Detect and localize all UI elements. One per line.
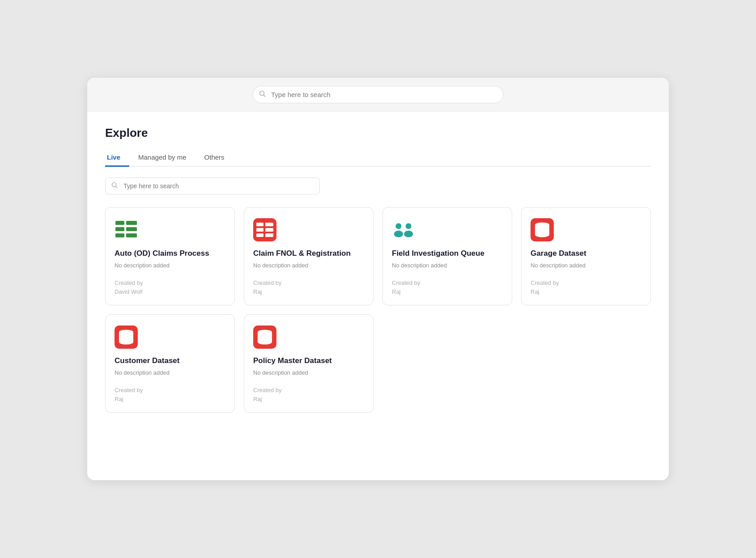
card-title-field-investigation: Field Investigation Queue [392, 249, 503, 258]
card-icon-garage-dataset [531, 218, 554, 241]
card-auto-od[interactable]: Auto (OD) Claims Process No description … [105, 207, 235, 305]
svg-rect-12 [256, 228, 263, 232]
svg-rect-11 [265, 223, 273, 226]
top-search-input[interactable] [253, 86, 503, 103]
card-icon-claim-fnol [253, 218, 276, 241]
card-icon-auto-od [115, 218, 138, 241]
card-desc-policy-master: No description added [253, 369, 364, 379]
card-creator-field-investigation: Created by Raj [392, 279, 503, 296]
card-creator-policy-master: Created by Raj [253, 386, 364, 403]
card-icon-customer-dataset [115, 326, 138, 349]
card-creator-claim-fnol: Created by Raj [253, 279, 364, 296]
svg-point-16 [395, 223, 401, 229]
svg-point-40 [258, 340, 272, 345]
top-search-bar [87, 78, 669, 112]
card-creator-auto-od: Created by David Wolf [115, 279, 225, 296]
card-desc-field-investigation: No description added [392, 262, 503, 271]
svg-rect-10 [256, 223, 263, 226]
svg-rect-9 [126, 233, 137, 237]
card-title-garage-dataset: Garage Dataset [531, 249, 641, 258]
svg-rect-7 [126, 227, 137, 231]
svg-line-1 [264, 95, 266, 97]
svg-rect-13 [265, 228, 273, 232]
cards-grid: Auto (OD) Claims Process No description … [105, 207, 651, 413]
card-title-policy-master: Policy Master Dataset [253, 356, 364, 366]
card-title-customer-dataset: Customer Dataset [115, 356, 225, 366]
tabs-container: Live Managed by me Others [105, 149, 651, 167]
svg-point-17 [394, 231, 403, 237]
card-icon-policy-master [253, 326, 276, 349]
section-search-container [105, 178, 320, 194]
tab-others[interactable]: Others [195, 149, 234, 167]
tab-managed-by-me[interactable]: Managed by me [129, 149, 195, 167]
card-desc-auto-od: No description added [115, 262, 225, 271]
card-title-claim-fnol: Claim FNOL & Registration [253, 249, 364, 258]
card-field-investigation[interactable]: Field Investigation Queue No description… [382, 207, 512, 305]
card-customer-dataset[interactable]: Customer Dataset No description added Cr… [105, 314, 235, 413]
svg-rect-6 [115, 227, 124, 231]
tab-live[interactable]: Live [105, 149, 129, 167]
main-window: Explore Live Managed by me Others [87, 78, 669, 480]
top-search-container [253, 86, 503, 103]
card-claim-fnol[interactable]: Claim FNOL & Registration No description… [244, 207, 374, 305]
card-desc-customer-dataset: No description added [115, 369, 225, 379]
section-search-icon [111, 182, 118, 190]
svg-point-26 [535, 232, 549, 237]
top-search-icon [259, 90, 266, 99]
page-title: Explore [105, 126, 651, 140]
card-desc-claim-fnol: No description added [253, 262, 364, 271]
svg-rect-4 [115, 221, 124, 225]
card-creator-garage-dataset: Created by Raj [531, 279, 641, 296]
svg-point-18 [406, 223, 412, 229]
svg-line-3 [116, 186, 117, 188]
main-content: Explore Live Managed by me Others [87, 112, 669, 427]
svg-rect-8 [115, 233, 124, 237]
svg-rect-5 [126, 221, 137, 225]
card-creator-customer-dataset: Created by Raj [115, 386, 225, 403]
card-policy-master[interactable]: Policy Master Dataset No description add… [244, 314, 374, 413]
card-garage-dataset[interactable]: Garage Dataset No description added Crea… [521, 207, 651, 305]
section-search-input[interactable] [105, 178, 320, 194]
svg-point-33 [119, 340, 133, 345]
card-desc-garage-dataset: No description added [531, 262, 641, 271]
card-icon-field-investigation [392, 218, 415, 241]
card-title-auto-od: Auto (OD) Claims Process [115, 249, 225, 258]
svg-rect-15 [265, 233, 273, 237]
svg-rect-14 [256, 233, 263, 237]
svg-point-19 [404, 231, 413, 237]
